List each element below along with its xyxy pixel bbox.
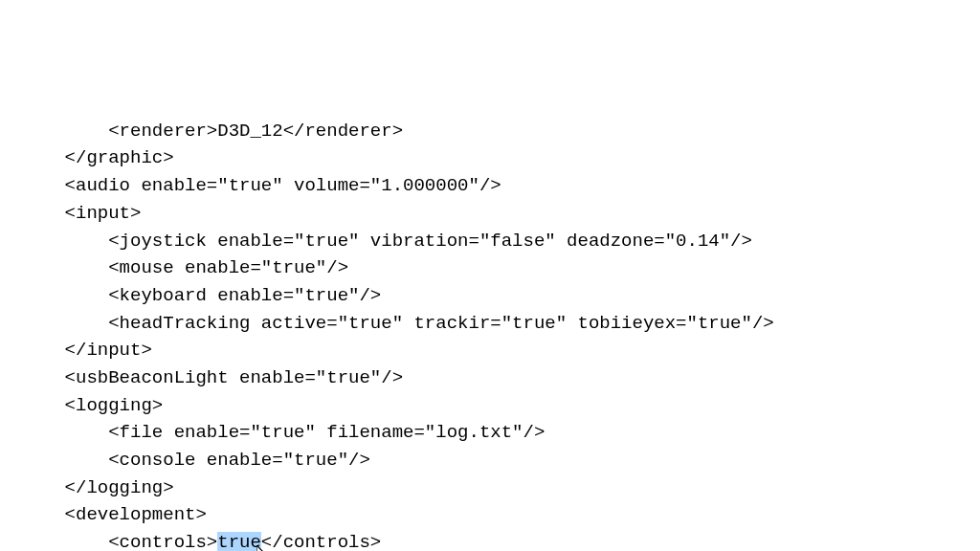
code-line: <usbBeaconLight enable="true"/> [21, 364, 980, 392]
code-line: <file enable="true" filename="log.txt"/> [21, 419, 980, 447]
code-text: </controls> [261, 532, 381, 551]
code-line: <development> [21, 501, 980, 529]
code-line: <renderer>D3D_12</renderer> [21, 118, 980, 145]
code-line: <keyboard enable="true"/> [21, 282, 980, 310]
code-line: <input> [21, 200, 980, 228]
selected-text[interactable]: true [217, 532, 261, 551]
code-line: </logging> [21, 474, 980, 502]
code-line: <mouse enable="true"/> [21, 254, 980, 282]
code-line: <joystick enable="true" vibration="false… [21, 228, 980, 255]
xml-editor[interactable]: <renderer>D3D_12</renderer> </graphic> <… [21, 118, 980, 551]
code-line: <logging> [21, 392, 980, 420]
code-line: <headTracking active="true" trackir="tru… [21, 310, 980, 338]
code-line: </graphic> [21, 144, 980, 172]
code-text: <controls> [21, 532, 217, 551]
code-line: <audio enable="true" volume="1.000000"/> [21, 172, 980, 200]
code-line: <console enable="true"/> [21, 447, 980, 474]
code-line: </input> [21, 337, 980, 364]
code-line: <controls>true</controls> [21, 529, 980, 551]
